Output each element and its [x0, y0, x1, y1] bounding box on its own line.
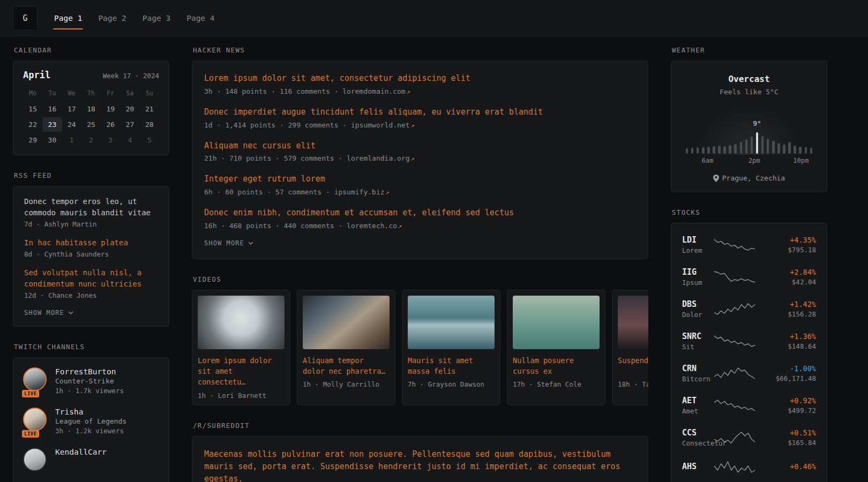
video-thumbnail[interactable]: [408, 296, 495, 349]
weather-bar-slot: [781, 107, 787, 154]
video-card[interactable]: Aliquam tempor dolor nec pharetra… 1h · …: [297, 290, 395, 405]
weather-bar: [777, 143, 780, 154]
news-item-title[interactable]: Donec imperdiet augue tincidunt felis al…: [204, 107, 636, 118]
weather-time-label: 2pm: [749, 157, 760, 164]
stock-price: $165.84: [760, 439, 816, 447]
tab-page-4[interactable]: Page 4: [178, 0, 222, 36]
stock-right: +1.42% $156.28: [760, 300, 816, 318]
weather-bar-slot: [738, 107, 744, 154]
weather-location: Prague, Czechia: [722, 174, 785, 182]
weather-bar: [810, 148, 813, 154]
video-thumbnail[interactable]: [303, 296, 390, 349]
weather-bar: [799, 147, 802, 154]
video-title[interactable]: Aliquam tempor dolor nec pharetra…: [303, 355, 390, 377]
stock-change: +0.92%: [760, 396, 816, 405]
news-item-title[interactable]: Integer eget rutrum lorem: [204, 174, 636, 185]
external-link-icon: ↗: [386, 189, 390, 196]
app-logo[interactable]: G: [13, 6, 38, 31]
stock-change: -1.00%: [760, 364, 816, 373]
weather-bar-slot: [809, 107, 814, 154]
stock-row[interactable]: AET Amet +0.92% $499.72: [681, 389, 817, 421]
stock-row[interactable]: CCS Consectetur +0.51% $165.84: [681, 421, 817, 454]
calendar-day: 5: [140, 133, 159, 147]
rss-item[interactable]: Sed volutpat nulla nisl, a condimentum n…: [24, 267, 158, 299]
channel-viewers: 1h · 1.7k viewers: [55, 387, 124, 395]
weather-bar: [761, 136, 764, 154]
news-item-title[interactable]: Aliquam nec cursus elit: [204, 140, 636, 152]
twitch-widget: TWITCH CHANNELS LIVE ForrestBurton Count…: [13, 343, 169, 482]
hackernews-show-more[interactable]: SHOW MORE: [204, 239, 636, 247]
weather-bar-slot: [728, 107, 733, 154]
twitch-channel[interactable]: LIVE ForrestBurton Counter-Strike 1h · 1…: [23, 367, 159, 395]
stock-row[interactable]: IIG Ipsum +2.84% $42.04: [681, 261, 817, 293]
news-item-domain[interactable]: loremdomain.com: [342, 87, 405, 95]
channel-info: KendallCarr: [55, 448, 107, 471]
video-card[interactable]: Lorem ipsum dolor sit amet consectetu… 1…: [192, 290, 290, 405]
weather-bar-slot: [722, 107, 728, 154]
channel-info: ForrestBurton Counter-Strike 1h · 1.7k v…: [55, 367, 124, 395]
video-thumbnail[interactable]: [198, 296, 285, 349]
stocks-card: LDI Lorem +4.35% $795.18 IIG Ipsum +2.84…: [671, 223, 827, 482]
video-title[interactable]: Suspendisse diam: [618, 355, 648, 376]
news-item-stats: 1d · 1,414 points · 299 comments ·: [204, 121, 351, 129]
channel-name[interactable]: KendallCarr: [55, 448, 107, 456]
video-card[interactable]: Nullam posuere cursus ex 17h · Stefan Co…: [507, 290, 605, 405]
rss-item-title[interactable]: Donec tempor eros leo, ut commodo mauris…: [24, 196, 158, 219]
weather-bar: [707, 147, 710, 154]
stock-change: +0.51%: [760, 428, 816, 437]
rss-item[interactable]: In hac habitasse platea 8d · Cynthia Sau…: [24, 237, 158, 258]
stock-row[interactable]: SNRC Sit +1.36% $148.64: [681, 325, 817, 357]
channel-name[interactable]: Trisha: [55, 408, 126, 416]
rss-item[interactable]: Donec tempor eros leo, ut commodo mauris…: [24, 196, 158, 228]
tab-page-1[interactable]: Page 1: [46, 0, 90, 36]
stock-change: +1.42%: [760, 300, 816, 308]
news-item-domain[interactable]: ipsumworld.net: [351, 121, 410, 129]
news-item-domain[interactable]: loremlandia.org: [347, 154, 409, 162]
weather-bar-slot: [733, 107, 738, 154]
twitch-channel[interactable]: KendallCarr: [23, 448, 159, 471]
rss-item-title[interactable]: Sed volutpat nulla nisl, a condimentum n…: [24, 267, 158, 290]
stock-ticker: AHS: [682, 462, 709, 471]
video-thumbnail[interactable]: [513, 296, 600, 349]
stock-row[interactable]: DBS Dolor +1.42% $156.28: [681, 293, 817, 325]
video-card[interactable]: Mauris sit amet massa felis 7h · Grayson…: [402, 290, 500, 405]
channel-name[interactable]: ForrestBurton: [55, 367, 124, 376]
weather-bar: [718, 146, 721, 154]
external-link-icon: ↗: [411, 155, 415, 162]
weather-condition: Overcast: [682, 74, 816, 84]
weather-bar-slot: 9°: [754, 107, 760, 154]
chevron-down-icon: [248, 242, 253, 245]
video-title[interactable]: Nullam posuere cursus ex: [513, 355, 600, 377]
tab-page-3[interactable]: Page 3: [134, 0, 178, 36]
stock-row[interactable]: CRN Bitcorn -1.00% $66,171.48: [681, 357, 817, 389]
stock-row[interactable]: AHS +0.46%: [681, 454, 817, 480]
video-title[interactable]: Lorem ipsum dolor sit amet consectetu…: [198, 355, 285, 388]
stock-name: Bitcorn: [682, 375, 709, 383]
weekday-label: Mo: [23, 86, 42, 101]
tab-page-2[interactable]: Page 2: [90, 0, 134, 36]
news-item-meta: 16h · 468 points · 440 comments · loremt…: [204, 222, 636, 230]
news-item-domain[interactable]: loremtech.co: [347, 222, 397, 230]
twitch-channel[interactable]: LIVE Trisha League of Legends 3h · 1.2k …: [23, 408, 159, 435]
news-item-title[interactable]: Lorem ipsum dolor sit amet, consectetur …: [204, 73, 636, 85]
video-thumbnail[interactable]: [618, 296, 648, 349]
calendar-day: 27: [120, 117, 139, 132]
rss-item-title[interactable]: In hac habitasse platea: [24, 237, 158, 248]
news-item: Integer eget rutrum lorem 6h · 60 points…: [204, 174, 636, 196]
weather-bar-slot: [684, 107, 690, 154]
video-card[interactable]: Suspendisse diam 18h · Tara: [612, 290, 648, 405]
news-item-title[interactable]: Donec enim nibh, condimentum et accumsan…: [204, 207, 636, 219]
news-item-title[interactable]: Maecenas mollis pulvinar erat non posuer…: [204, 448, 636, 482]
news-item-domain[interactable]: ipsumify.biz: [334, 188, 385, 196]
calendar-day: 18: [81, 102, 101, 116]
weather-bar-slot: [776, 107, 781, 154]
channel-avatar-wrap: LIVE: [23, 408, 48, 435]
rss-show-more[interactable]: SHOW MORE: [24, 309, 158, 317]
rss-card: Donec tempor eros leo, ut commodo mauris…: [13, 186, 169, 327]
live-badge: LIVE: [22, 390, 39, 397]
calendar-day: 21: [140, 102, 159, 116]
weather-bar: [702, 147, 705, 154]
calendar-widget: CALENDAR April Week 17 · 2024 MoTuWeThFr…: [13, 46, 169, 155]
video-title[interactable]: Mauris sit amet massa felis: [408, 355, 495, 377]
stock-row[interactable]: LDI Lorem +4.35% $795.18: [681, 229, 817, 261]
